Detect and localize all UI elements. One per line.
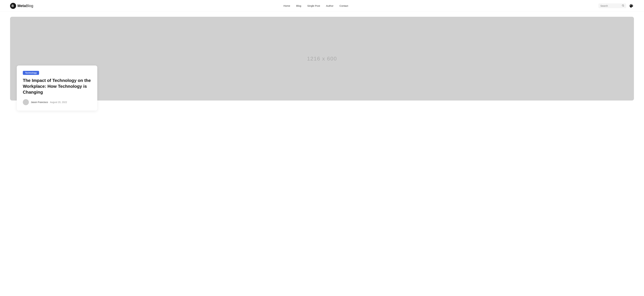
nav-single-post[interactable]: Single Post [307,4,320,7]
post-date: August 20, 2022 [50,101,67,103]
image-dimension-label: 1216 x 600 [307,56,337,62]
search-box[interactable] [598,3,626,8]
header-right [598,3,634,8]
logo-text: MetaBlog [18,4,33,8]
nav-home[interactable]: Home [284,4,290,7]
author-name: Jason Francisco [31,101,48,103]
svg-line-3 [624,6,624,6]
logo[interactable]: B MetaBlog [10,3,33,9]
main-nav: Home Blog Single Post Author Contact [284,4,348,7]
category-badge[interactable]: Technology [23,71,39,75]
hero-title: The Impact of Technology on the Workplac… [23,78,91,95]
site-header: B MetaBlog Home Blog Single Post Author … [0,0,644,12]
logo-icon: B [10,3,16,9]
hero-section: 1216 x 600 Technology The Impact of Tech… [10,17,634,100]
search-input[interactable] [600,4,620,7]
nav-blog[interactable]: Blog [296,4,301,7]
hero-card: Technology The Impact of Technology on t… [17,65,97,111]
palette-icon[interactable] [629,3,634,8]
hero-image: 1216 x 600 [10,17,634,100]
avatar [23,99,29,105]
main-content: 1216 x 600 Technology The Impact of Tech… [0,12,644,112]
nav-author[interactable]: Author [326,4,334,7]
svg-text:B: B [12,4,14,7]
author-row: Jason Francisco August 20, 2022 [23,99,91,105]
search-icon [622,4,624,7]
nav-contact[interactable]: Contact [340,4,348,7]
